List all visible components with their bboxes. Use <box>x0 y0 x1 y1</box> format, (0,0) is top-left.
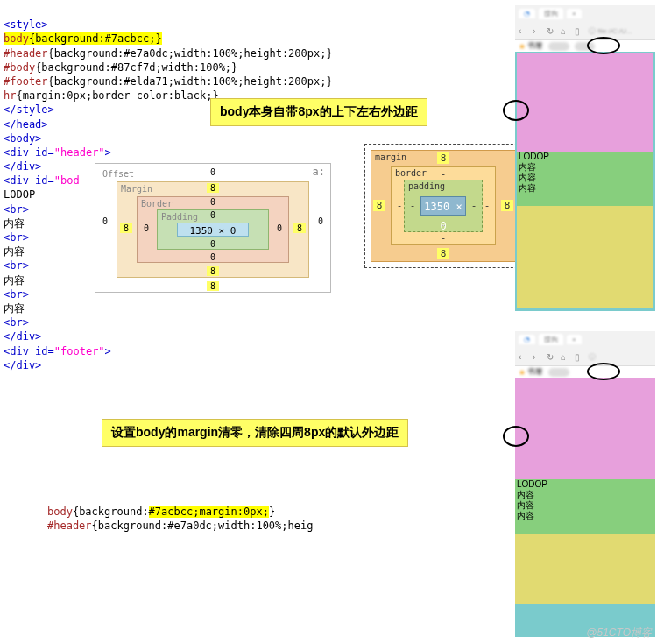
watermark: @51CTO博客 <box>586 626 652 640</box>
devtools-box-model-2: margin 8 8 8 8 border - - - - padding - … <box>364 144 522 268</box>
reload-icon[interactable]: ↻ <box>547 352 555 361</box>
browser-toolbar[interactable]: ‹ › ↻ ⌂ ▯ ⓘ file://C:/U... <box>515 21 655 40</box>
box-model-content: 1350 × 0 <box>177 223 249 237</box>
box-model-content-2: 1350 × 0 <box>420 196 466 216</box>
book-icon[interactable]: ▯ <box>575 26 583 35</box>
forward-icon[interactable]: › <box>533 352 541 361</box>
book-icon[interactable]: ▯ <box>575 352 583 361</box>
back-icon[interactable]: ‹ <box>519 352 527 361</box>
browser-preview-no-margin: ◔ 搜狗 × ‹ › ↻ ⌂ ▯ ⓘ ★书签 LODOP 内容 内容 内容 <box>515 331 655 640</box>
home-icon[interactable]: ⌂ <box>561 352 569 361</box>
browser-chrome: ◔ 搜狗 × ‹ › ↻ ⌂ ▯ ⓘ file://C:/U... <box>515 5 655 40</box>
devtools-box-model-1: a: Offset 0 Margin 8 8 8 8 Border 0 0 0 … <box>95 163 331 293</box>
highlight-circle-side <box>503 426 529 447</box>
home-icon[interactable]: ⌂ <box>561 26 569 35</box>
reload-icon[interactable]: ↻ <box>547 26 555 35</box>
code-line: <style> <box>4 18 48 31</box>
highlight-circle-top <box>587 37 620 54</box>
css-code-block-2: body{background:#7acbcc;margin:0px;} #he… <box>47 491 313 534</box>
highlight-circle-side <box>503 100 529 121</box>
annotation-body-margin-zero: 设置body的margin清零，清除四周8px的默认外边距 <box>102 419 408 447</box>
back-icon[interactable]: ‹ <box>519 26 527 35</box>
highlight-circle-top <box>587 363 620 380</box>
annotation-body-default-margin: body本身自带8px的上下左右外边距 <box>210 98 427 126</box>
browser-toolbar[interactable]: ‹ › ↻ ⌂ ▯ ⓘ <box>515 347 655 366</box>
forward-icon[interactable]: › <box>533 26 541 35</box>
browser-preview-with-margin: ◔ 搜狗 × ‹ › ↻ ⌂ ▯ ⓘ file://C:/U... ★书签 LO… <box>515 5 655 314</box>
